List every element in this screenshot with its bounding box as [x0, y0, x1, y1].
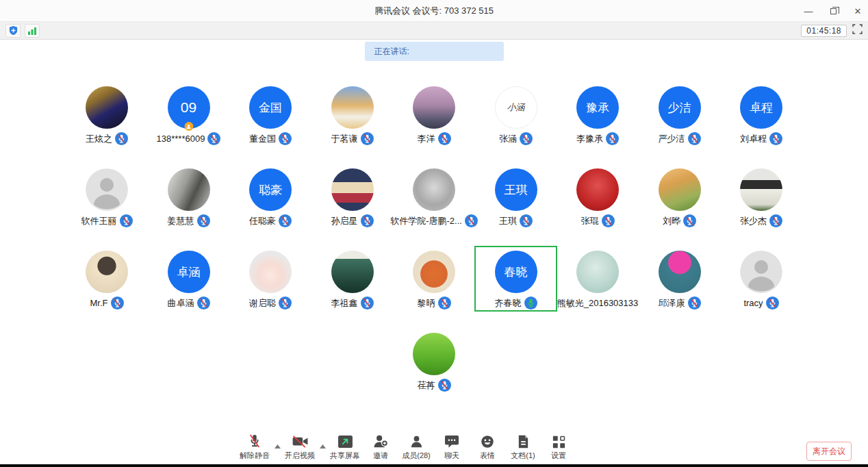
meeting-timer: 01:45:18: [801, 25, 847, 37]
toolbar-label: 邀请: [373, 451, 388, 461]
participant-tile[interactable]: 李洋: [393, 86, 475, 145]
participant-tile[interactable]: 小涵张涵: [475, 86, 557, 145]
bottom-toolbar: 解除静音开启视频共享屏幕邀请成员(28)聊天表情文档(1)设置: [0, 434, 841, 464]
mic-off-options-caret-icon[interactable]: [272, 444, 282, 461]
participant-name-row: 张少杰: [740, 214, 782, 227]
participant-tile[interactable]: 姜慧慧: [148, 168, 230, 227]
avatar-initials: 聪豪: [259, 182, 282, 198]
participant-name: 王炫之: [86, 133, 112, 145]
participant-tile[interactable]: 软件王丽: [66, 168, 148, 227]
participant-avatar: [86, 168, 128, 211]
mic-muted-icon: [438, 132, 451, 145]
participant-name: 荏苒: [418, 379, 435, 392]
participant-avatar: 少洁: [659, 86, 701, 129]
restore-button[interactable]: [828, 6, 838, 16]
participant-row: Mr.F卓涵曲卓涵谢启聪李祖鑫黎昞春晓齐春晓熊敏光_2016303133邱泽康t…: [0, 251, 868, 310]
participant-tile[interactable]: 刘晔: [639, 168, 721, 227]
invite-icon: [373, 433, 388, 449]
participant-name-row: 软件王丽: [81, 214, 133, 227]
participant-name-row: 齐春晓: [495, 296, 537, 310]
meeting-security-shield-icon[interactable]: [5, 24, 21, 38]
participant-name: 曲卓涵: [168, 297, 194, 310]
mic-muted-icon: [769, 132, 782, 145]
participant-name-row: 姜慧慧: [168, 214, 210, 227]
mic-muted-icon: [115, 132, 128, 145]
participant-tile[interactable]: 卓程刘卓程: [720, 86, 802, 145]
network-quality-icon[interactable]: [25, 24, 40, 38]
toolbar-chat-button[interactable]: 聊天: [434, 433, 470, 461]
camera-off-icon: [292, 433, 309, 449]
toolbar-mic-off-button[interactable]: 解除静音: [237, 433, 272, 461]
participant-tile[interactable]: 金国董金国: [229, 86, 311, 145]
leave-meeting-area: 离开会议: [806, 442, 852, 461]
participant-tile[interactable]: 09138****6009: [148, 86, 230, 145]
participant-tile[interactable]: 豫承李豫承: [557, 86, 639, 145]
toolbar-emoji-button[interactable]: 表情: [470, 433, 505, 461]
toolbar-invite-button[interactable]: 邀请: [363, 433, 398, 461]
participant-name-row: 邱泽康: [659, 296, 701, 310]
participant-name-row: 刘晔: [663, 214, 696, 227]
participant-avatar: [659, 251, 701, 293]
toolbar-document-button[interactable]: 文档(1): [505, 433, 541, 461]
toolbar-camera-off-button[interactable]: 开启视频: [282, 433, 318, 461]
participant-tile[interactable]: 李祖鑫: [311, 251, 394, 310]
participant-avatar: 小涵: [495, 86, 537, 129]
participant-tile[interactable]: 黎昞: [393, 251, 475, 310]
mic-muted-icon: [197, 296, 210, 310]
bottom-edge-strip: [0, 464, 868, 467]
toolbar-settings-button[interactable]: 设置: [541, 433, 576, 461]
participant-name-row: 荏苒: [418, 379, 451, 392]
share-screen-icon: [337, 433, 353, 449]
toolbar-share-screen-button[interactable]: 共享屏幕: [327, 433, 363, 461]
close-button[interactable]: ✕: [853, 6, 863, 16]
chat-icon: [444, 433, 459, 449]
participant-tile[interactable]: tracy: [720, 251, 802, 310]
fullscreen-icon[interactable]: [852, 24, 863, 37]
participant-tile[interactable]: 软件学院-唐鹏-2...: [393, 168, 475, 227]
participant-tile[interactable]: 荏苒: [393, 333, 475, 392]
participant-tile[interactable]: 邱泽康: [639, 251, 721, 310]
minimize-button[interactable]: —: [804, 6, 813, 16]
mic-muted-icon: [520, 214, 533, 227]
participant-tile[interactable]: 谢启聪: [229, 251, 311, 310]
participant-name-row: 孙启星: [331, 214, 374, 227]
participant-name: 黎昞: [418, 297, 435, 310]
participant-name-row: 刘卓程: [740, 132, 782, 145]
participant-tile[interactable]: 熊敏光_2016303133: [557, 251, 639, 310]
participant-name: 刘卓程: [740, 133, 767, 145]
mic-muted-icon: [207, 132, 220, 145]
camera-off-options-caret-icon[interactable]: [318, 444, 327, 461]
participant-tile[interactable]: 孙启星: [311, 168, 394, 227]
participant-avatar: [659, 168, 701, 211]
avatar-handwriting: 小涵: [507, 101, 525, 114]
participant-name: 孙启星: [331, 215, 358, 227]
participant-row: 软件王丽姜慧慧聪豪任聪豪孙启星软件学院-唐鹏-2...王琪王琪张琨刘晔张少杰: [0, 168, 868, 227]
mic-muted-icon: [111, 296, 124, 310]
participant-name: 熊敏光_2016303133: [557, 297, 639, 310]
participant-tile[interactable]: 于茗谦: [311, 86, 394, 145]
participant-tile[interactable]: 卓涵曲卓涵: [148, 251, 230, 310]
participant-tile[interactable]: 春晓齐春晓: [475, 251, 557, 310]
participant-tile[interactable]: 张少杰: [720, 168, 802, 227]
emoji-icon: [481, 433, 494, 449]
mic-active-icon: [524, 296, 537, 310]
participant-tile[interactable]: 张琨: [557, 168, 639, 227]
participant-tile[interactable]: 王琪王琪: [475, 168, 557, 227]
participant-name: 刘晔: [663, 215, 680, 227]
mic-muted-icon: [766, 296, 779, 310]
participant-tile[interactable]: 聪豪任聪豪: [229, 168, 311, 227]
participant-name: 于茗谦: [331, 133, 358, 145]
mic-muted-icon: [438, 296, 451, 310]
participant-name-row: 曲卓涵: [168, 296, 210, 310]
participant-tile[interactable]: 王炫之: [66, 86, 148, 145]
avatar-initials: 卓程: [750, 100, 773, 116]
participant-name-row: 严少洁: [659, 132, 701, 145]
toolbar-members-button[interactable]: 成员(28): [398, 433, 434, 461]
participant-tile[interactable]: Mr.F: [66, 251, 148, 310]
participant-name-row: 李祖鑫: [331, 296, 374, 310]
participant-tile[interactable]: 少洁严少洁: [639, 86, 721, 145]
mic-muted-icon: [683, 214, 696, 227]
participant-name: 李洋: [418, 133, 435, 145]
participant-avatar: [331, 168, 374, 211]
leave-meeting-button[interactable]: 离开会议: [806, 442, 852, 461]
